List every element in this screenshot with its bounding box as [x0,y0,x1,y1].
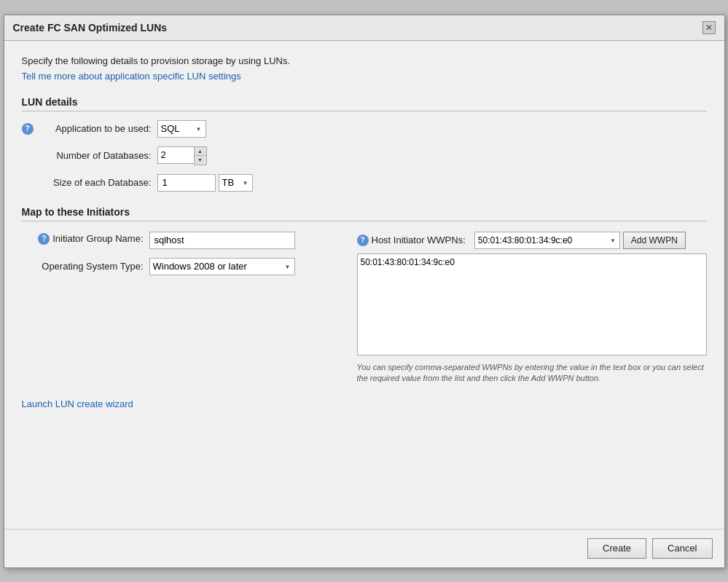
os-select-wrapper: Windows 2008 or later Windows Linux Sola… [149,258,295,275]
help-icon-wwpn[interactable]: ? [357,235,369,246]
app-select[interactable]: SQL Oracle Other [157,120,206,138]
right-column: ? Host Initiator WWPNs: 50:01:43:80:01:3… [357,232,707,385]
dialog-content: Specify the following details to provisi… [4,41,724,425]
app-select-wrapper: SQL Oracle Other [157,120,206,138]
dialog-container: Create FC SAN Optimized LUNs ✕ Specify t… [4,15,725,568]
spinner-buttons: ▲ ▼ [194,146,207,165]
os-label: Operating System Type: [22,261,149,272]
app-label: Application to be used: [34,123,157,134]
spinner-down-btn[interactable]: ▼ [195,156,206,165]
db-size-unit-select[interactable]: GB TB [219,174,253,192]
wwpn-dropdown[interactable]: 50:01:43:80:01:34:9c:e0 [474,232,620,249]
add-wwpn-button[interactable]: Add WWPN [623,232,686,249]
map-section-header: Map to these Initiators [22,206,707,221]
close-button[interactable]: ✕ [702,21,716,34]
spinner-up-btn[interactable]: ▲ [195,147,206,156]
wwpn-label-row: ? Host Initiator WWPNs: 50:01:43:80:01:3… [357,232,707,249]
initiator-label-container: ? Initiator Group Name: [22,232,149,245]
dialog-footer: Create Cancel [4,529,724,567]
wwpn-dropdown-wrapper: 50:01:43:80:01:34:9c:e0 [474,232,620,249]
db-size-label: Size of each Database: [34,177,157,188]
app-row: ? Application to be used: SQL Oracle Oth… [22,120,707,138]
map-section: Map to these Initiators ? Initiator Grou… [22,206,707,385]
db-size-input[interactable] [157,174,216,192]
map-section-divider [22,221,707,221]
help-icon-initiator[interactable]: ? [38,233,50,245]
db-size-row: Size of each Database: GB TB [22,174,707,192]
map-content: ? Initiator Group Name: Operating System… [22,232,707,385]
db-count-label: Number of Databases: [34,150,157,161]
wwpn-label: Host Initiator WWPNs: [372,235,466,245]
launch-wizard-link[interactable]: Launch LUN create wizard [22,398,133,409]
os-select[interactable]: Windows 2008 or later Windows Linux Sola… [149,258,295,275]
db-size-unit-wrapper: GB TB [219,174,253,192]
db-count-spinner: ▲ ▼ [157,146,207,165]
left-column: ? Initiator Group Name: Operating System… [22,232,357,284]
cancel-button[interactable]: Cancel [652,538,712,559]
info-link[interactable]: Tell me more about application specific … [22,71,241,82]
initiator-label-text: Initiator Group Name: [52,233,143,244]
create-button[interactable]: Create [587,538,646,559]
wwpn-hint: You can specify comma-separated WWPNs by… [357,362,707,385]
wwpn-textarea[interactable]: 50:01:43:80:01:34:9c:e0 [357,253,707,355]
dialog-title: Create FC SAN Optimized LUNs [13,22,168,34]
initiator-group-row: ? Initiator Group Name: [22,232,357,249]
os-type-row: Operating System Type: Windows 2008 or l… [22,258,357,275]
lun-section-header: LUN details [22,96,707,111]
intro-description: Specify the following details to provisi… [22,55,707,66]
help-icon-app[interactable]: ? [22,123,34,135]
initiator-group-input[interactable] [149,232,295,249]
dialog-titlebar: Create FC SAN Optimized LUNs ✕ [4,15,724,41]
db-count-row: Number of Databases: ▲ ▼ [22,146,707,165]
db-count-input[interactable] [157,146,194,164]
